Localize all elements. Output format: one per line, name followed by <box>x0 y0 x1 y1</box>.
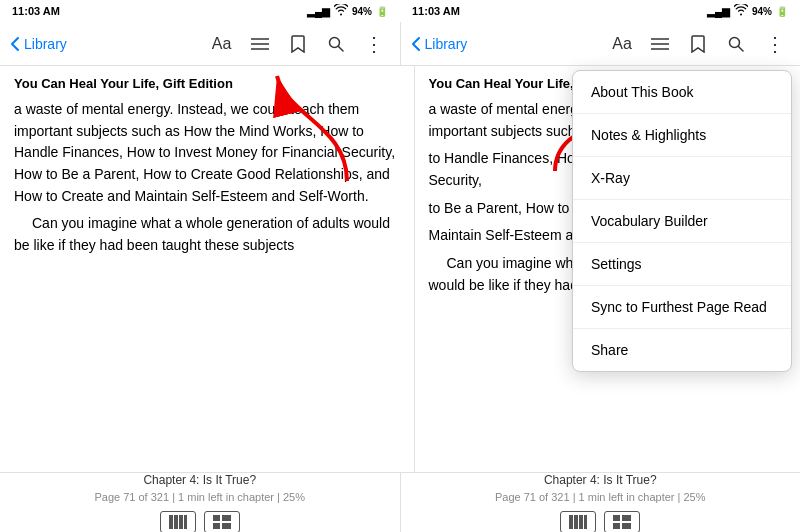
search-button-right[interactable] <box>720 28 752 60</box>
status-icons-right: ▂▄▆ 94% 🔋 <box>707 4 788 18</box>
time-right: 11:03 AM <box>412 5 460 17</box>
menu-item-xray[interactable]: X-Ray <box>573 157 791 200</box>
footer: Chapter 4: Is It True? Page 71 of 321 | … <box>0 472 800 532</box>
menu-item-notes[interactable]: Notes & Highlights <box>573 114 791 157</box>
menu-item-sync[interactable]: Sync to Furthest Page Read <box>573 286 791 329</box>
svg-line-9 <box>739 46 744 51</box>
more-button-left[interactable]: ⋮ <box>358 28 390 60</box>
svg-rect-24 <box>613 515 620 521</box>
toolbar-left: Library Aa ⋮ <box>0 22 401 65</box>
menu-item-share[interactable]: Share <box>573 329 791 371</box>
list-button-right[interactable] <box>644 28 676 60</box>
menu-item-settings[interactable]: Settings <box>573 243 791 286</box>
svg-rect-12 <box>169 515 173 529</box>
svg-rect-17 <box>222 515 231 521</box>
time-left: 11:03 AM <box>12 5 60 17</box>
back-button-left[interactable]: Library <box>10 36 67 52</box>
dropdown-menu: About This Book Notes & Highlights X-Ray… <box>572 70 792 372</box>
svg-rect-25 <box>622 515 631 521</box>
left-page: You Can Heal Your Life, Gift Edition a w… <box>0 66 415 472</box>
svg-rect-27 <box>622 523 631 529</box>
svg-rect-19 <box>222 523 231 529</box>
book-paragraph-2-left: Can you imagine what a whole generation … <box>14 213 400 256</box>
back-label-left: Library <box>24 36 67 52</box>
view-mode-list-right[interactable] <box>560 511 596 533</box>
font-button-right[interactable]: Aa <box>606 28 638 60</box>
svg-rect-22 <box>579 515 583 529</box>
bookmark-button-left[interactable] <box>282 28 314 60</box>
list-button-left[interactable] <box>244 28 276 60</box>
battery-icon-left: 🔋 <box>376 6 388 17</box>
font-button-left[interactable]: Aa <box>206 28 238 60</box>
svg-rect-23 <box>584 515 587 529</box>
svg-rect-15 <box>184 515 187 529</box>
chapter-label-right: Chapter 4: Is It True? <box>544 473 657 487</box>
signal-icon: ▂▄▆ <box>307 6 330 17</box>
wifi-icon-right <box>734 4 748 18</box>
svg-rect-13 <box>174 515 178 529</box>
back-label-right: Library <box>425 36 468 52</box>
footer-controls-left <box>160 511 240 533</box>
svg-rect-20 <box>569 515 573 529</box>
page-info-right: Page 71 of 321 | 1 min left in chapter |… <box>495 491 706 503</box>
more-button-right[interactable]: ⋮ <box>758 28 790 60</box>
toolbar-right: Library Aa ⋮ Ab <box>401 22 801 65</box>
view-mode-list-left[interactable] <box>160 511 196 533</box>
svg-line-4 <box>338 46 343 51</box>
wifi-icon <box>334 4 348 18</box>
search-button-left[interactable] <box>320 28 352 60</box>
page-info-left: Page 71 of 321 | 1 min left in chapter |… <box>94 491 305 503</box>
toolbar: Library Aa ⋮ <box>0 22 800 66</box>
menu-item-vocab[interactable]: Vocabulary Builder <box>573 200 791 243</box>
status-bar: 11:03 AM ▂▄▆ 94% 🔋 11:03 AM ▂▄▆ <box>0 0 800 22</box>
svg-rect-16 <box>213 515 220 521</box>
book-title-left: You Can Heal Your Life, Gift Edition <box>14 76 400 91</box>
status-bar-right: 11:03 AM ▂▄▆ 94% 🔋 <box>400 0 800 22</box>
bookmark-button-right[interactable] <box>682 28 714 60</box>
battery-right: 94% <box>752 6 772 17</box>
svg-rect-21 <box>574 515 578 529</box>
svg-rect-18 <box>213 523 220 529</box>
battery-icon-right: 🔋 <box>776 6 788 17</box>
book-text-left: a waste of mental energy. Instead, we co… <box>14 99 400 257</box>
svg-rect-26 <box>613 523 620 529</box>
battery-left: 94% <box>352 6 372 17</box>
view-mode-grid-right[interactable] <box>604 511 640 533</box>
footer-controls-right <box>560 511 640 533</box>
svg-rect-14 <box>179 515 183 529</box>
status-icons-left: ▂▄▆ 94% 🔋 <box>307 4 388 18</box>
view-mode-grid-left[interactable] <box>204 511 240 533</box>
status-bar-left: 11:03 AM ▂▄▆ 94% 🔋 <box>0 0 400 22</box>
footer-right: Chapter 4: Is It True? Page 71 of 321 | … <box>401 473 801 532</box>
menu-item-about[interactable]: About This Book <box>573 71 791 114</box>
book-paragraph-1-left: a waste of mental energy. Instead, we co… <box>14 99 400 207</box>
back-button-right[interactable]: Library <box>411 36 468 52</box>
footer-left: Chapter 4: Is It True? Page 71 of 321 | … <box>0 473 401 532</box>
signal-icon-right: ▂▄▆ <box>707 6 730 17</box>
chapter-label-left: Chapter 4: Is It True? <box>143 473 256 487</box>
